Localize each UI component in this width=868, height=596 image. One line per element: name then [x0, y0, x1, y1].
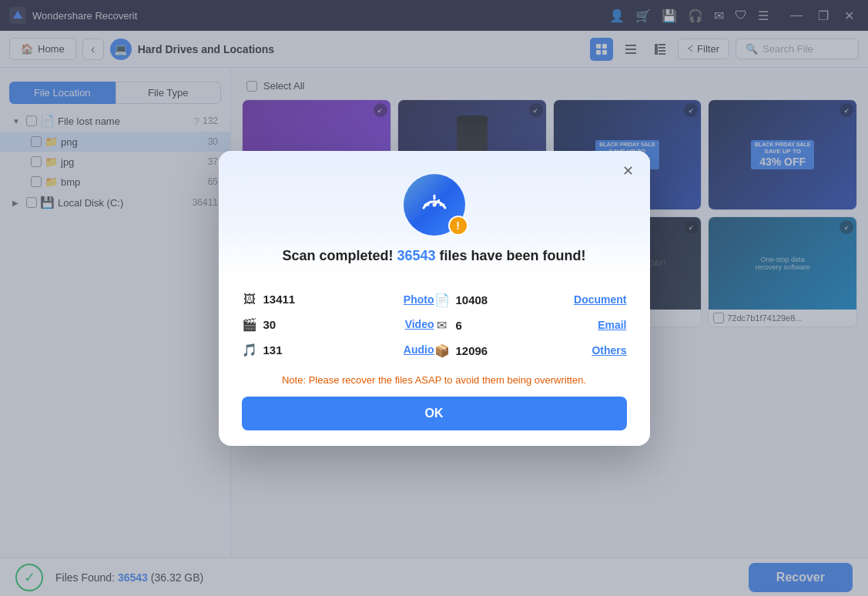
- stats-grid: 🖼 13411 Photo 🎬 30 Video: [242, 287, 627, 363]
- audio-icon: 🎵: [242, 343, 257, 357]
- stat-row-video: 🎬 30 Video: [242, 312, 434, 337]
- warning-badge: !: [448, 216, 468, 236]
- dialog-logo-wrap: !: [242, 174, 627, 236]
- others-type-link[interactable]: Others: [592, 344, 626, 357]
- stat-left-audio: 🎵 131: [242, 343, 283, 357]
- dialog-title: Scan completed! 36543 files have been fo…: [242, 248, 627, 264]
- video-count: 30: [263, 318, 276, 331]
- dialog-logo: !: [404, 174, 465, 236]
- others-icon: 📦: [434, 343, 450, 358]
- ok-button[interactable]: OK: [242, 397, 627, 430]
- dialog-note: Note: Please recover the files ASAP to a…: [242, 374, 627, 386]
- dialog-overlay: ✕ !: [0, 0, 868, 596]
- dialog-close-button[interactable]: ✕: [618, 160, 639, 182]
- stat-row-others: 📦 12096 Others: [434, 338, 627, 363]
- video-type-link[interactable]: Video: [405, 318, 434, 330]
- stat-left-document: 📄 10408: [434, 293, 488, 307]
- dialog-header: ✕ !: [219, 151, 650, 275]
- email-count: 6: [456, 319, 462, 332]
- stat-left-photo: 🖼 13411: [242, 293, 296, 306]
- stats-col-right: 📄 10408 Document ✉ 6 Email: [434, 287, 627, 363]
- document-icon: 📄: [434, 293, 450, 307]
- document-count: 10408: [456, 293, 488, 306]
- video-icon: 🎬: [242, 317, 257, 332]
- stat-row-audio: 🎵 131 Audio: [242, 337, 434, 363]
- count-span: 36543: [397, 248, 435, 263]
- svg-point-14: [432, 203, 436, 206]
- logo-circle: !: [404, 174, 465, 236]
- email-icon: ✉: [434, 318, 450, 333]
- photo-count: 13411: [263, 293, 296, 306]
- document-type-link[interactable]: Document: [574, 293, 626, 306]
- dialog-body: 🖼 13411 Photo 🎬 30 Video: [219, 275, 650, 446]
- audio-count: 131: [263, 343, 283, 357]
- stat-row-email: ✉ 6 Email: [434, 313, 627, 338]
- stat-row-document: 📄 10408 Document: [434, 287, 627, 313]
- photo-icon: 🖼: [242, 293, 257, 306]
- stat-left-email: ✉ 6: [434, 318, 462, 333]
- photo-type-link[interactable]: Photo: [404, 293, 434, 306]
- others-count: 12096: [456, 344, 488, 357]
- stats-col-left: 🖼 13411 Photo 🎬 30 Video: [242, 287, 434, 363]
- audio-type-link[interactable]: Audio: [404, 343, 434, 356]
- stat-left-others: 📦 12096: [434, 343, 488, 358]
- stat-left-video: 🎬 30: [242, 317, 276, 332]
- scan-complete-dialog: ✕ !: [219, 151, 650, 446]
- email-type-link[interactable]: Email: [598, 319, 626, 331]
- stat-row-photo: 🖼 13411 Photo: [242, 287, 434, 312]
